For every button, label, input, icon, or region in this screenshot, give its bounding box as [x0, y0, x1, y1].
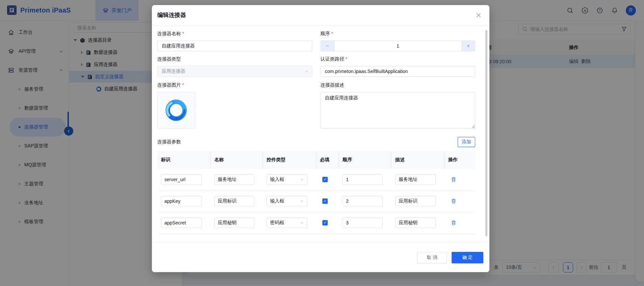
param-row: 密码框: [157, 212, 475, 234]
param-desc-input[interactable]: [395, 174, 436, 185]
delete-param-icon[interactable]: [451, 177, 456, 182]
connector-type-select[interactable]: 应用连接器: [157, 66, 312, 77]
edit-connector-dialog: 编辑连接器 连接器名称 顺序 连接器类型 应用连接器: [152, 5, 489, 272]
connector-desc-textarea[interactable]: 自建应用连接器: [321, 92, 476, 128]
field-label-connector-desc: 连接器描述: [321, 82, 476, 89]
col-desc: 描述: [392, 151, 445, 169]
col-key: 标识: [157, 151, 211, 169]
field-label-order: 顺序: [321, 31, 476, 38]
dialog-footer: 取 消 确 定: [152, 242, 489, 272]
increase-button[interactable]: [461, 41, 475, 51]
chevron-down-icon: [300, 199, 304, 203]
connector-ring-logo: [163, 97, 189, 123]
dialog-title: 编辑连接器: [157, 11, 186, 19]
required-checkbox[interactable]: [322, 198, 328, 204]
param-key-input[interactable]: [161, 218, 202, 228]
param-order-input[interactable]: [343, 218, 383, 228]
params-table: 标识 名称 控件类型 必填 顺序 描述 操作 输入框: [157, 151, 475, 234]
param-name-input[interactable]: [214, 196, 254, 206]
order-input[interactable]: [334, 41, 462, 51]
field-label-connector-name: 连接器名称: [157, 31, 312, 38]
param-name-input[interactable]: [214, 218, 254, 228]
col-control-type: 控件类型: [263, 151, 316, 169]
param-desc-input[interactable]: [395, 218, 436, 228]
param-row: 输入框: [157, 190, 475, 212]
param-desc-input[interactable]: [395, 196, 436, 206]
field-label-auth-class: 认证类路径: [321, 56, 476, 63]
required-checkbox[interactable]: [322, 220, 328, 225]
param-key-input[interactable]: [161, 174, 202, 185]
param-control-select[interactable]: 输入框: [267, 174, 307, 185]
param-order-input[interactable]: [343, 174, 383, 185]
field-label-connector-image: 连接器图片: [157, 82, 312, 89]
dialog-body: 连接器名称 顺序 连接器类型 应用连接器 认证类路径: [152, 25, 489, 242]
field-label-connector-type: 连接器类型: [157, 56, 312, 63]
modal-scrollbar[interactable]: [485, 30, 487, 236]
decrease-button[interactable]: [321, 41, 334, 51]
param-key-input[interactable]: [161, 196, 202, 206]
chevron-down-icon: [304, 69, 308, 73]
param-row: 输入框: [157, 169, 475, 190]
chevron-down-icon: [300, 177, 304, 181]
auth-class-input[interactable]: [321, 66, 476, 77]
add-param-button[interactable]: 添加: [458, 137, 475, 147]
connector-name-input[interactable]: [157, 41, 312, 51]
close-icon[interactable]: [475, 12, 482, 19]
param-name-input[interactable]: [214, 174, 254, 185]
confirm-button[interactable]: 确 定: [452, 252, 483, 263]
params-section-title: 连接器参数: [157, 139, 181, 145]
chevron-down-icon: [300, 221, 304, 224]
param-control-select[interactable]: 密码框: [267, 218, 307, 228]
connector-image-uploader[interactable]: [157, 92, 195, 128]
col-order: 顺序: [339, 151, 392, 169]
required-checkbox[interactable]: [322, 177, 328, 182]
delete-param-icon[interactable]: [451, 220, 456, 225]
col-name: 名称: [211, 151, 263, 169]
params-table-header: 标识 名称 控件类型 必填 顺序 描述 操作: [157, 151, 475, 169]
param-order-input[interactable]: [343, 196, 383, 206]
dialog-header: 编辑连接器: [152, 5, 489, 25]
param-control-select[interactable]: 输入框: [267, 196, 307, 206]
col-required: 必填: [316, 151, 339, 169]
cancel-button[interactable]: 取 消: [417, 252, 447, 263]
order-stepper: [321, 41, 476, 51]
delete-param-icon[interactable]: [451, 198, 456, 204]
col-operation: 操作: [445, 151, 475, 169]
